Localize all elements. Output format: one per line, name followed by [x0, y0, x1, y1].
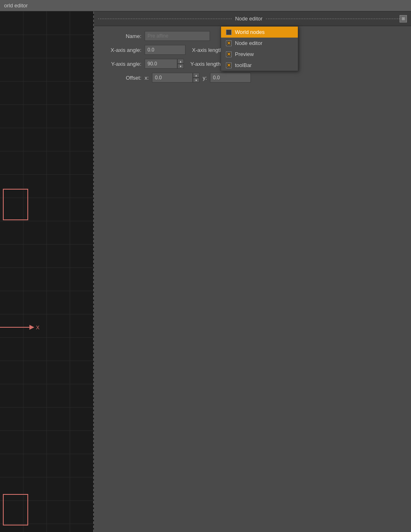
world-nodes-checkbox[interactable]	[226, 29, 232, 35]
svg-rect-29	[3, 494, 28, 525]
svg-rect-25	[3, 189, 28, 220]
offset-x-spinner: ▲ ▼	[152, 73, 199, 83]
spinner-up-btn[interactable]: ▲	[177, 59, 184, 64]
node-editor-checkbox[interactable]: ✕	[226, 40, 232, 46]
dotted-line-right	[266, 18, 400, 19]
y-axis-angle-spinner: ▲ ▼	[145, 59, 184, 69]
offset-y-label: y:	[203, 75, 207, 81]
y-axis-angle-input[interactable]	[145, 59, 177, 69]
preview-label: Preview	[235, 51, 254, 57]
node-editor-title: Node editor	[235, 16, 262, 22]
name-input[interactable]	[145, 31, 210, 41]
node-editor-header: Node editor ⊞	[94, 11, 411, 26]
preview-checkbox[interactable]: ✕	[226, 51, 232, 57]
dropdown-item-world-nodes[interactable]: World nodes	[221, 27, 298, 38]
title-bar-text: orld editor	[4, 2, 28, 9]
spinner-buttons: ▲ ▼	[177, 59, 184, 69]
offset-x-spinner-buttons: ▲ ▼	[193, 73, 199, 83]
main-container: X Node editor ⊞ Name: X-axis angle:	[0, 11, 411, 532]
dotted-line-left	[98, 18, 232, 19]
dropdown-menu: World nodes ✕ Node editor ✕ Preview ✕	[221, 26, 298, 71]
offset-x-up-btn[interactable]: ▲	[193, 73, 199, 78]
x-check-icon-preview: ✕	[227, 51, 231, 57]
node-editor-label: Node editor	[235, 40, 262, 46]
offset-row: Offset: x: ▲ ▼ y:	[101, 73, 404, 83]
offset-y-input[interactable]	[210, 73, 251, 83]
svg-text:X: X	[36, 324, 40, 331]
x-check-icon-toolbar: ✕	[227, 63, 231, 68]
right-panel: Node editor ⊞ Name: X-axis angle: X-axis…	[94, 11, 411, 532]
dropdown-item-node-editor[interactable]: ✕ Node editor	[221, 38, 298, 49]
offset-x-label: x:	[145, 75, 149, 81]
name-label: Name:	[101, 33, 141, 39]
dropdown-item-preview[interactable]: ✕ Preview	[221, 49, 298, 60]
offset-x-down-btn[interactable]: ▼	[193, 78, 199, 83]
spinner-down-btn[interactable]: ▼	[177, 64, 184, 69]
toolbar-label: toolBar	[235, 62, 252, 68]
offset-x-input[interactable]	[152, 73, 193, 83]
dropdown-item-toolbar[interactable]: ✕ toolBar	[221, 60, 298, 71]
offset-label: Offset:	[101, 75, 141, 81]
toolbar-checkbox[interactable]: ✕	[226, 63, 232, 68]
world-nodes-label: World nodes	[235, 29, 265, 35]
x-axis-angle-label: X-axis angle:	[101, 47, 141, 53]
canvas-grid: X	[0, 11, 94, 532]
y-axis-length-label: Y-axis length:	[190, 61, 222, 67]
x-check-icon: ✕	[227, 40, 231, 46]
x-axis-length-label: X-axis length:	[192, 47, 224, 53]
canvas-panel: X	[0, 11, 94, 532]
x-axis-angle-input[interactable]	[145, 45, 185, 55]
panel-collapse-icon[interactable]: ⊞	[400, 15, 407, 22]
title-bar: orld editor	[0, 0, 411, 11]
y-axis-angle-label: Y-axis angle:	[101, 61, 141, 67]
svg-marker-27	[29, 325, 34, 330]
